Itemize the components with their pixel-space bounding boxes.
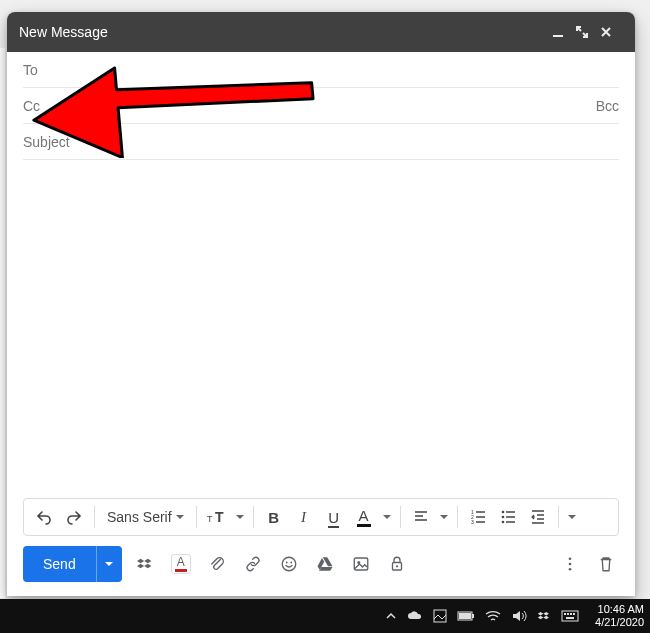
svg-point-8 [501,521,504,524]
svg-rect-19 [434,610,446,622]
more-options-icon[interactable] [557,551,583,577]
svg-point-16 [569,557,572,560]
svg-point-10 [286,562,288,564]
separator [253,506,254,528]
to-input[interactable] [38,58,619,82]
minimize-button[interactable] [551,25,575,39]
cc-label: Cc [23,98,40,114]
discard-draft-icon[interactable] [593,551,619,577]
caret-down-icon [568,515,576,519]
send-button[interactable]: Send [23,546,122,582]
align-button[interactable] [407,503,435,531]
formatting-toolbar: Sans Serif TT B I U A 123 [23,498,619,536]
svg-rect-25 [567,613,569,615]
svg-rect-21 [472,614,474,618]
underline-button[interactable]: U [320,503,348,531]
svg-point-15 [396,565,398,567]
svg-rect-24 [564,613,566,615]
fullscreen-button[interactable] [575,25,599,39]
undo-button[interactable] [30,503,58,531]
font-size-caret[interactable] [233,503,247,531]
dropbox-text-format-icon[interactable]: A [168,551,194,577]
svg-rect-27 [573,613,575,615]
svg-text:3: 3 [471,519,474,525]
text-color-button[interactable]: A [350,503,378,531]
indent-less-button[interactable] [524,503,552,531]
header-fields: To Cc Bcc [7,52,635,160]
cc-field-row[interactable]: Cc Bcc [23,88,619,124]
tray-app-icon[interactable] [433,609,447,623]
send-options-dropdown[interactable] [96,546,122,582]
align-caret[interactable] [437,503,451,531]
dropbox-tray-icon[interactable] [537,609,551,623]
insert-emoji-icon[interactable] [276,551,302,577]
svg-point-17 [569,563,572,566]
to-field-row[interactable]: To [23,52,619,88]
more-formatting-button[interactable] [565,503,579,531]
caret-down-icon [236,515,244,519]
bold-button[interactable]: B [260,503,288,531]
separator [400,506,401,528]
svg-rect-0 [553,35,563,37]
windows-taskbar: 10:46 AM 4/21/2020 [0,599,650,633]
svg-rect-26 [570,613,572,615]
attach-file-icon[interactable] [204,551,230,577]
svg-point-9 [282,557,296,571]
compose-action-row: Send A [7,546,635,596]
subject-field-row[interactable] [23,124,619,160]
battery-icon[interactable] [457,610,475,622]
tray-chevron-icon[interactable] [385,610,397,622]
text-color-caret[interactable] [380,503,394,531]
svg-rect-28 [566,617,574,619]
taskbar-date: 4/21/2020 [595,616,644,629]
bulleted-list-button[interactable] [494,503,522,531]
redo-button[interactable] [60,503,88,531]
separator [94,506,95,528]
caret-down-icon [440,515,448,519]
svg-point-18 [569,568,572,571]
browser-scrollbar[interactable] [635,12,650,596]
italic-button[interactable]: I [290,503,318,531]
svg-rect-22 [459,613,471,619]
message-body[interactable] [7,160,635,498]
font-family-label: Sans Serif [107,509,172,525]
svg-point-11 [290,562,292,564]
taskbar-time: 10:46 AM [598,603,644,616]
separator [196,506,197,528]
system-tray: 10:46 AM 4/21/2020 [385,603,644,629]
cc-input[interactable] [40,94,596,118]
font-family-picker[interactable]: Sans Serif [101,503,190,531]
subject-input[interactable] [23,130,619,154]
input-keyboard-icon[interactable] [561,610,579,622]
svg-text:T: T [207,514,213,524]
onedrive-icon[interactable] [407,610,423,622]
to-label: To [23,62,38,78]
volume-icon[interactable] [511,609,527,623]
compose-titlebar: New Message [7,12,635,52]
numbered-list-button[interactable]: 123 [464,503,492,531]
insert-link-icon[interactable] [240,551,266,577]
compose-title: New Message [19,24,551,40]
taskbar-clock[interactable]: 10:46 AM 4/21/2020 [595,603,644,629]
wifi-icon[interactable] [485,610,501,622]
separator [558,506,559,528]
svg-rect-23 [562,611,578,621]
caret-down-icon [105,562,113,566]
font-size-button[interactable]: TT [203,503,231,531]
svg-point-6 [501,511,504,514]
insert-photo-icon[interactable] [348,551,374,577]
svg-text:T: T [215,509,224,525]
caret-down-icon [383,515,391,519]
insert-drive-icon[interactable] [312,551,338,577]
svg-point-7 [501,516,504,519]
svg-rect-12 [354,558,368,570]
separator [457,506,458,528]
close-button[interactable] [599,25,623,39]
bcc-toggle[interactable]: Bcc [596,98,619,114]
compose-window: New Message To Cc Bcc [7,12,635,596]
caret-down-icon [176,515,184,519]
background-page-edge [0,48,5,598]
dropbox-icon[interactable] [132,551,158,577]
send-button-label: Send [23,546,96,582]
confidential-mode-icon[interactable] [384,551,410,577]
